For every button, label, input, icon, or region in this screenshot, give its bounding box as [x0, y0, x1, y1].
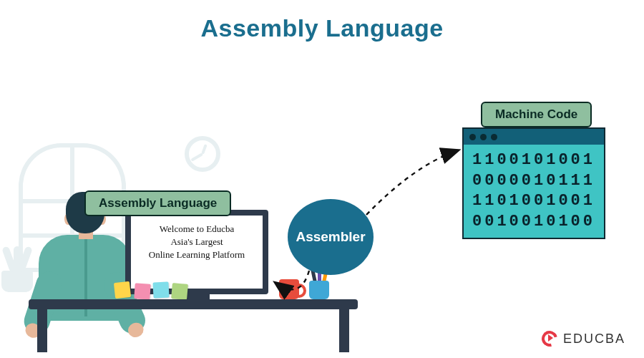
screen-line-3: Online Learning Platform	[135, 248, 258, 261]
machine-code-label: Machine Code	[481, 102, 592, 127]
screen-line-1: Welcome to Educba	[135, 223, 258, 236]
sticky-note-icon	[171, 283, 188, 300]
machine-code-window: 1100101001 0000010111 1101001001 0010010…	[462, 127, 605, 239]
window-dot-icon	[480, 134, 487, 140]
sticky-note-icon	[114, 281, 131, 299]
bits-row: 1101001001	[472, 192, 595, 210]
window-dot-icon	[469, 134, 476, 140]
page-title: Assembly Language	[0, 14, 644, 42]
assembly-language-label: Assembly Language	[84, 190, 231, 216]
sticky-note-icon	[152, 281, 169, 298]
window-titlebar	[464, 129, 604, 145]
mug-icon	[279, 279, 299, 299]
arrow-assembler-to-machinecode	[366, 150, 458, 215]
clock-icon	[185, 136, 220, 172]
bits-row: 0000010111	[472, 172, 595, 190]
desk-illustration	[29, 299, 358, 349]
assembler-label: Assembler	[296, 229, 365, 245]
window-dot-icon	[491, 134, 497, 140]
monitor-screen-text: Welcome to Educba Asia's Largest Online …	[135, 223, 258, 262]
sticky-note-icon	[134, 283, 150, 299]
brand-mark-icon	[542, 331, 557, 347]
bits-row: 0010010100	[472, 213, 595, 231]
machine-code-bits: 1100101001 0000010111 1101001001 0010010…	[464, 145, 604, 238]
brand-logo: EDUCBA	[542, 331, 625, 347]
screen-line-2: Asia's Largest	[135, 236, 258, 248]
brand-text: EDUCBA	[563, 332, 625, 347]
plant-decoration	[1, 271, 33, 292]
assembler-node: Assembler	[288, 199, 374, 275]
bits-row: 1100101001	[472, 151, 595, 169]
